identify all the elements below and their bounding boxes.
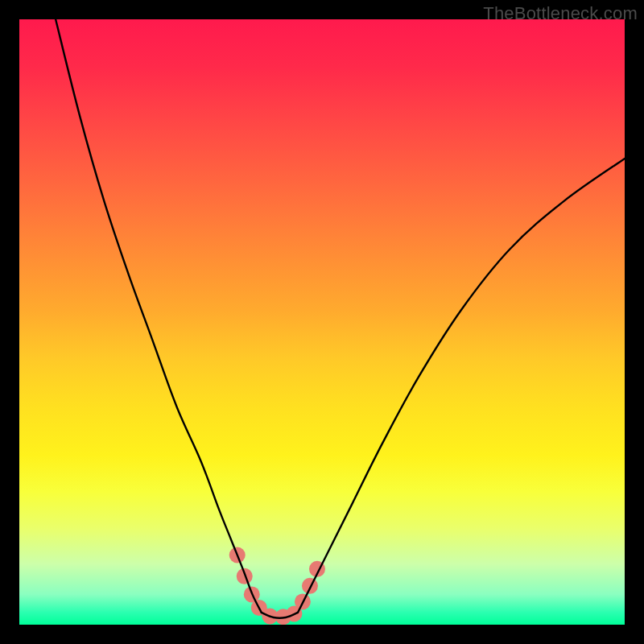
chart-marker-dot [302, 578, 318, 594]
chart-marker-dot [237, 568, 253, 584]
watermark-text: TheBottleneck.com [483, 3, 638, 24]
chart-series-left-curve [56, 19, 262, 613]
chart-svg [19, 19, 625, 625]
chart-series-right-curve [298, 159, 625, 613]
chart-area [19, 19, 625, 625]
